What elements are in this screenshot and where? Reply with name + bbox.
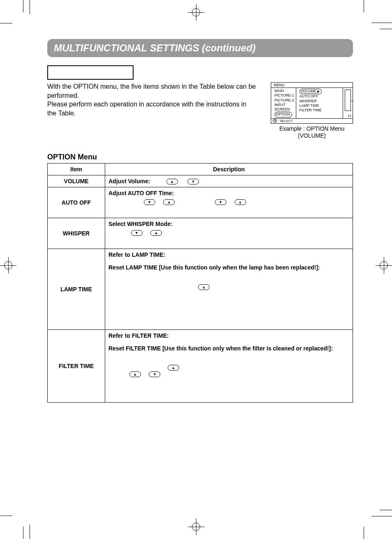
row-desc-whisper: Select WHISPER Mode: ▼ ▲ — [105, 218, 353, 249]
down-button-icon: ▼ — [215, 199, 226, 205]
up-button-icon: ▲ — [235, 199, 246, 205]
section-heading: OPTION Menu — [47, 153, 353, 161]
osd-right-item: WHISPER — [300, 99, 341, 104]
registration-mark-top — [188, 4, 204, 21]
nav-icon: ✥ — [273, 119, 277, 122]
osd-caption: Example : OPTION Menu (VOLUME) — [271, 125, 353, 140]
option-table: Item Description VOLUME Adjust Volume: ▲… — [47, 163, 353, 403]
row-item-volume: VOLUME — [48, 175, 105, 187]
desc-label: Adjust AUTO OFF Time: — [108, 190, 174, 196]
crop-mark — [371, 23, 392, 23]
osd-left-item: INPUT — [274, 103, 294, 107]
crop-mark — [364, 527, 364, 539]
crop-mark — [23, 0, 23, 12]
desc-label: Select WHISPER Mode: — [108, 221, 173, 227]
desc-label: Reset FILTER TIME [Use this function onl… — [108, 345, 333, 352]
osd-right-item: VOLUME ▶ — [300, 89, 341, 94]
osd-right-item: LAMP TIME — [300, 104, 341, 108]
desc-label: Refer to FILTER TIME: — [108, 332, 169, 339]
crop-mark — [380, 29, 392, 29]
intro-p2: Please perform each operation in accorda… — [47, 101, 247, 117]
table-header-row: Item Description — [48, 163, 353, 175]
up-button-icon: ▲ — [166, 179, 178, 184]
row-desc-filtertime: Refer to FILTER TIME: Reset FILTER TIME … — [105, 329, 353, 403]
intro-p1: With the OPTION menu, the five items sho… — [47, 83, 256, 99]
osd-left-item: PICTURE-1 — [274, 93, 294, 98]
registration-mark-right — [376, 257, 392, 274]
up-button-icon: ▲ — [150, 230, 162, 236]
page-title: MULTIFUNCTIONAL SETTINGS (continued) — [47, 39, 353, 57]
desc-label: Refer to LAMP TIME: — [108, 251, 165, 258]
osd-left-column: MAIN PICTURE-1 PICTURE-2 INPUT SCREEN OP… — [271, 88, 296, 118]
table-row: WHISPER Select WHISPER Mode: ▼ ▲ — [48, 218, 353, 249]
osd-left-item: MAIN — [274, 89, 294, 93]
row-item-filtertime: FILTER TIME — [48, 329, 105, 403]
row-desc-volume: Adjust Volume: ▲ ▼ — [105, 175, 353, 187]
down-button-icon: ▼ — [149, 371, 160, 377]
row-item-lamptime: LAMP TIME — [48, 249, 105, 329]
osd-footer-text: : SELECT — [278, 119, 293, 123]
osd-right-item: FILTER TIME — [300, 108, 341, 113]
row-item-autooff: AUTO OFF — [48, 187, 105, 218]
crop-mark — [0, 23, 12, 23]
up-button-icon: ▲ — [163, 199, 175, 205]
table-row: AUTO OFF Adjust AUTO OFF Time: ▼ ▲ ▼ ▲ — [48, 187, 353, 218]
up-button-icon: ▲ — [198, 284, 210, 290]
th-desc: Description — [105, 163, 353, 175]
osd-left-item: SCREEN — [274, 107, 294, 112]
crop-mark — [0, 516, 12, 516]
page-content: MULTIFUNCTIONAL SETTINGS (continued) Wit… — [47, 39, 353, 403]
down-button-icon: ▼ — [144, 199, 155, 205]
osd-left-item: OPTION — [274, 112, 294, 117]
crop-mark — [371, 516, 392, 516]
osd-panel: MENU MAIN PICTURE-1 PICTURE-2 INPUT SCRE… — [271, 82, 353, 124]
table-row: LAMP TIME Refer to LAMP TIME: Reset LAMP… — [48, 249, 353, 329]
crop-mark — [30, 525, 30, 539]
table-row: FILTER TIME Refer to FILTER TIME: Reset … — [48, 329, 353, 403]
up-button-icon: ▲ — [168, 365, 179, 371]
down-button-icon: ▼ — [131, 230, 143, 236]
row-desc-lamptime: Refer to LAMP TIME: Reset LAMP TIME [Use… — [105, 249, 353, 329]
desc-label: Adjust Volume: — [108, 178, 150, 184]
osd-menu-label: MENU — [271, 83, 353, 88]
osd-footer: ✥ : SELECT — [271, 118, 353, 123]
table-row: VOLUME Adjust Volume: ▲ ▼ — [48, 175, 353, 187]
blank-label-box — [47, 65, 134, 80]
registration-mark-bottom — [188, 518, 204, 535]
up-button-icon: ▲ — [129, 371, 141, 377]
down-button-icon: ▼ — [187, 179, 199, 184]
osd-slider: 12 — [343, 88, 353, 118]
row-item-whisper: WHISPER — [48, 218, 105, 249]
osd-slider-value: 12 — [348, 114, 351, 117]
osd-example: MENU MAIN PICTURE-1 PICTURE-2 INPUT SCRE… — [271, 82, 353, 140]
intro-text: With the OPTION menu, the five items sho… — [47, 82, 257, 117]
row-desc-autooff: Adjust AUTO OFF Time: ▼ ▲ ▼ ▲ — [105, 187, 353, 218]
crop-mark — [23, 527, 23, 539]
osd-left-item: PICTURE-2 — [274, 98, 294, 103]
crop-mark — [380, 510, 392, 510]
crop-mark — [30, 0, 30, 14]
osd-right-column: VOLUME ▶ AUTO OFF WHISPER LAMP TIME FILT… — [296, 88, 343, 118]
desc-label: Reset LAMP TIME [Use this function only … — [108, 264, 320, 271]
crop-mark — [364, 0, 364, 12]
th-item: Item — [48, 163, 105, 175]
osd-right-item: AUTO OFF — [300, 94, 341, 99]
registration-mark-left — [0, 257, 16, 274]
